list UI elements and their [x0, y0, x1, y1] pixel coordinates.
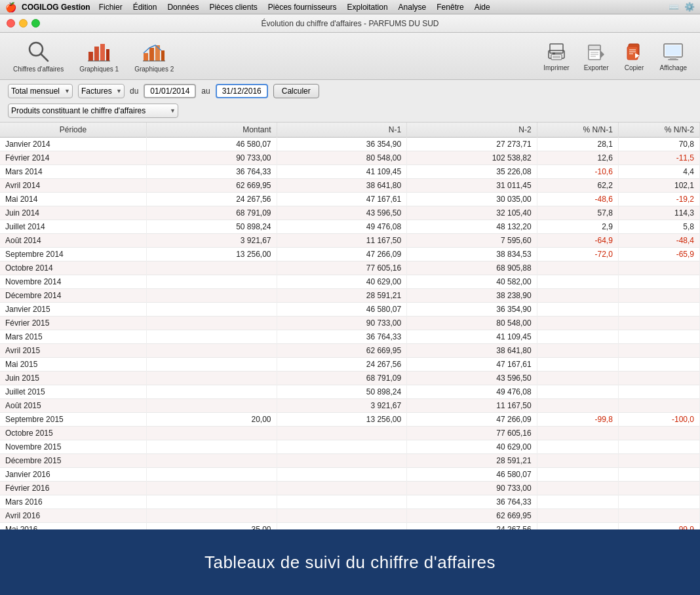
cell-periode: Octobre 2015 — [0, 427, 146, 440]
cell-n2: 46 580,07 — [407, 468, 537, 482]
cell-montant: 24 267,56 — [146, 193, 277, 206]
cell-montant: 46 580,07 — [146, 138, 277, 151]
menu-fichier[interactable]: Fichier — [94, 0, 127, 14]
app-name[interactable]: COGILOG Gestion — [22, 3, 90, 12]
period-type-wrapper[interactable]: Total mensuel — [8, 84, 73, 98]
svg-rect-3 — [94, 47, 99, 61]
table-row: Juillet 201450 898,2449 476,0848 132,202… — [0, 220, 700, 234]
cell-pct-n1: -99,8 — [537, 413, 618, 427]
data-table: Période Montant N-1 N-2 % N/N-1 % N/N-2 … — [0, 123, 700, 529]
cell-pct-n2: 102,1 — [618, 179, 699, 193]
cell-n2: 38 834,53 — [407, 248, 537, 261]
graphiques1-label: Graphiques 1 — [79, 66, 119, 73]
table-row: Mai 201635,0024 267,56-99,9 — [0, 523, 700, 530]
controls-row2: Produits constituant le chiffre d'affair… — [8, 104, 692, 118]
cell-n2: 35 226,08 — [407, 165, 537, 179]
cell-pct-n1 — [537, 399, 618, 413]
cell-pct-n2 — [618, 468, 699, 482]
graphiques2-label: Graphiques 2 — [134, 66, 174, 73]
controls-bar: Total mensuel Factures du au Calculer Pr… — [0, 80, 700, 123]
cell-n2: 27 273,71 — [407, 138, 537, 151]
menu-exploitation[interactable]: Exploitation — [343, 0, 393, 14]
cell-pct-n2 — [618, 289, 699, 303]
svg-rect-34 — [668, 59, 678, 60]
cell-pct-n1 — [537, 385, 618, 399]
cell-n2: 49 476,08 — [407, 385, 537, 399]
cell-n1 — [277, 509, 407, 523]
cell-n2: 7 595,60 — [407, 234, 537, 248]
cell-n2: 40 582,00 — [407, 275, 537, 289]
cell-periode: Février 2014 — [0, 151, 146, 165]
cell-periode: Avril 2015 — [0, 344, 146, 358]
cell-montant — [146, 399, 277, 413]
cell-pct-n2 — [618, 261, 699, 275]
doc-type-wrapper[interactable]: Factures — [78, 84, 125, 98]
titlebar: Évolution du chiffre d'affaires - PARFUM… — [0, 14, 700, 33]
table-row: Septembre 201520,0013 256,0047 266,09-99… — [0, 413, 700, 427]
filter-select[interactable]: Produits constituant le chiffre d'affair… — [8, 104, 178, 118]
cell-periode: Février 2016 — [0, 482, 146, 495]
minimize-button[interactable] — [19, 19, 28, 28]
menu-aide[interactable]: Aide — [470, 0, 495, 14]
doc-type-select[interactable]: Factures — [78, 84, 125, 98]
cell-pct-n1 — [537, 344, 618, 358]
graphiques1-button[interactable]: Graphiques 1 — [74, 37, 124, 75]
cell-n1: 13 256,00 — [277, 413, 407, 427]
cell-pct-n1: 57,8 — [537, 206, 618, 220]
cell-pct-n1 — [537, 289, 618, 303]
menu-donnees[interactable]: Données — [163, 0, 203, 14]
svg-rect-33 — [670, 57, 676, 59]
cell-pct-n1 — [537, 482, 618, 495]
cell-n1: 62 669,95 — [277, 344, 407, 358]
cell-pct-n2: -65,9 — [618, 248, 699, 261]
table-row: Juin 201468 791,0943 596,5032 105,4057,8… — [0, 206, 700, 220]
date-to-input[interactable] — [216, 84, 268, 98]
imprimer-button[interactable]: Imprimer — [538, 39, 574, 74]
table-row: Mai 201524 267,5647 167,61 — [0, 358, 700, 372]
cell-n2: 77 605,16 — [407, 427, 537, 440]
cell-pct-n1 — [537, 454, 618, 468]
menu-fenetre[interactable]: Fenêtre — [432, 0, 468, 14]
settings-icon[interactable]: ⚙️ — [684, 2, 695, 12]
cell-n2: 38 641,80 — [407, 344, 537, 358]
cell-periode: Janvier 2014 — [0, 138, 146, 151]
copier-button[interactable]: Copier — [617, 39, 650, 74]
menu-pieces-clients[interactable]: Pièces clients — [204, 0, 262, 14]
cell-montant — [146, 358, 277, 372]
exporter-button[interactable]: Exporter — [579, 39, 614, 74]
calculer-button[interactable]: Calculer — [273, 84, 319, 98]
cell-pct-n1: 62,2 — [537, 179, 618, 193]
close-button[interactable] — [7, 19, 15, 28]
menu-pieces-fournisseurs[interactable]: Pièces fournisseurs — [263, 0, 341, 14]
chiffres-affaires-button[interactable]: Chiffres d'affaires — [8, 37, 69, 75]
imprimer-label: Imprimer — [543, 64, 569, 71]
menu-edition[interactable]: Édition — [128, 0, 162, 14]
cell-montant — [146, 509, 277, 523]
table-row: Juillet 201550 898,2449 476,08 — [0, 385, 700, 399]
cell-periode: Septembre 2014 — [0, 248, 146, 261]
date-from-input[interactable] — [144, 84, 196, 98]
cell-n1: 24 267,56 — [277, 358, 407, 372]
filter-wrapper[interactable]: Produits constituant le chiffre d'affair… — [8, 104, 178, 118]
cell-periode: Mai 2014 — [0, 193, 146, 206]
cell-pct-n1 — [537, 468, 618, 482]
cell-pct-n2 — [618, 509, 699, 523]
col-header-montant: Montant — [146, 123, 277, 138]
maximize-button[interactable] — [31, 19, 40, 28]
cell-pct-n1 — [537, 303, 618, 317]
menubar: 🍎 COGILOG Gestion Fichier Édition Donnée… — [0, 0, 700, 14]
cell-n2: 68 905,88 — [407, 261, 537, 275]
table-row: Février 201490 733,0080 548,00102 538,82… — [0, 151, 700, 165]
table-row: Décembre 201528 591,21 — [0, 454, 700, 468]
graphiques2-button[interactable]: Graphiques 2 — [129, 37, 179, 75]
apple-menu[interactable]: 🍎 — [5, 2, 16, 12]
cell-n1 — [277, 468, 407, 482]
cell-n2: 40 629,00 — [407, 440, 537, 454]
cell-montant — [146, 440, 277, 454]
affichage-button[interactable]: Affichage — [654, 39, 692, 74]
table-row: Novembre 201440 629,0040 582,00 — [0, 275, 700, 289]
period-type-select[interactable]: Total mensuel — [8, 84, 73, 98]
cell-n2: 24 267,56 — [407, 523, 537, 530]
cell-pct-n2 — [618, 330, 699, 344]
menu-analyse[interactable]: Analyse — [394, 0, 431, 14]
